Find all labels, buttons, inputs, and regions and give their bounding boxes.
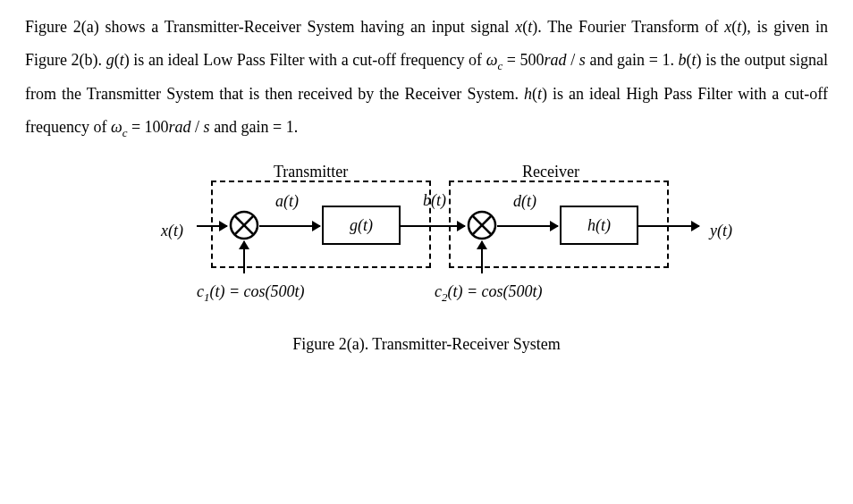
multiplier-icon [467,210,497,240]
text: = 100 [127,118,168,136]
var-x: x [724,18,731,36]
arrow [259,225,320,227]
figure-caption: Figure 2(a). Transmitter-Receiver System [25,328,828,361]
omega: ω [111,118,122,136]
text: Figure 2(a) shows a Transmitter-Receiver… [25,18,515,36]
var-b: b [679,51,687,69]
text: is an ideal Low Pass Filter with a cut-o… [130,51,486,69]
signal-x-label: x(t) [161,214,183,248]
multiplier-icon [229,210,259,240]
lowpass-filter-block: g(t) [322,206,401,245]
var-s: s [204,118,210,136]
text: and gain = 1. [586,51,679,69]
text: . The Fourier Transform of [537,18,724,36]
arrow-up [481,241,483,273]
arrow-up [243,241,245,273]
carrier-c2: c2(t) = cos(500t) [435,275,543,309]
signal-y-label: y(t) [710,214,732,248]
highpass-filter-block: h(t) [560,206,638,245]
text: = 500 [503,51,544,69]
arrow [638,225,699,227]
figure-2a: Transmitter Receiver x(t) a(t) g(t) b(t) [25,155,828,361]
description-paragraph: Figure 2(a) shows a Transmitter-Receiver… [25,11,828,145]
text: / [567,51,579,69]
arrow [497,225,558,227]
rad: rad [169,118,191,136]
block-diagram: Transmitter Receiver x(t) a(t) g(t) b(t) [25,155,828,312]
signal-d-label: d(t) [513,185,536,218]
var-h: h [524,85,532,103]
signal-b-label: b(t) [423,184,446,217]
signal-a-label: a(t) [275,185,299,218]
carrier-c1: c1(t) = cos(500t) [197,275,305,309]
var-g: g [106,51,114,69]
rad: rad [545,51,567,69]
var-s: s [579,51,586,69]
text: / [191,118,204,136]
var-x: x [515,18,522,36]
omega: ω [486,51,498,69]
text: and gain = 1. [210,118,299,136]
